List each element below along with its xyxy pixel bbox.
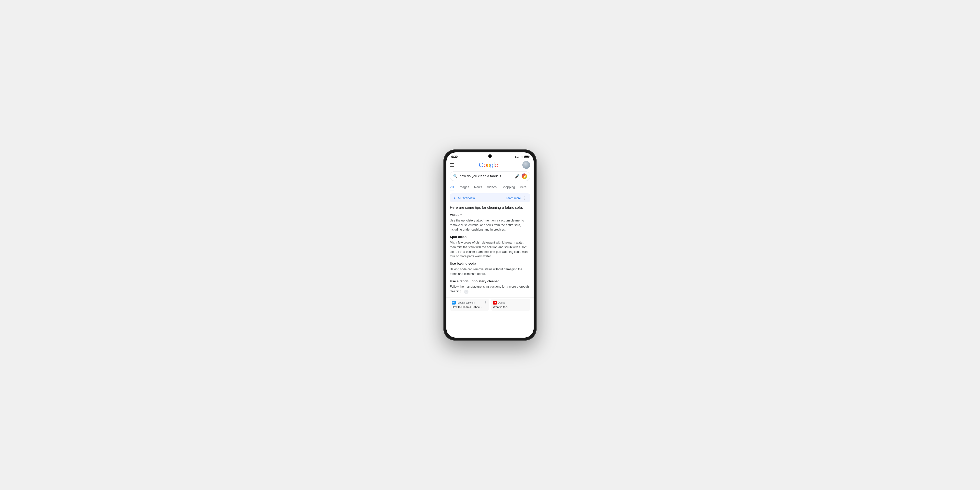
voice-search-icon[interactable]: 🎤: [515, 174, 520, 178]
battery-icon: [524, 156, 529, 158]
tip-spot-clean-desc: Mix a few drops of dish detergent with l…: [450, 240, 530, 259]
source-card-hdbuttercup[interactable]: hd hdbuttercup.com ⋮ How to Clean a Fabr…: [450, 299, 489, 311]
source-cards: hd hdbuttercup.com ⋮ How to Clean a Fabr…: [446, 298, 534, 312]
search-query[interactable]: how do you clean a fabric s...: [460, 174, 513, 178]
tip-baking-soda-title: Use baking soda: [450, 261, 530, 266]
source-domain-1: hdbuttercup.com: [457, 301, 475, 304]
tab-all[interactable]: All: [450, 183, 454, 191]
source-title-1: How to Clean a Fabric...: [452, 305, 487, 309]
google-logo-o2: o: [487, 161, 490, 169]
source-card-header-1: hd hdbuttercup.com ⋮: [452, 301, 487, 304]
camera-notch: [488, 154, 492, 158]
ai-intro-text: Here are some tips for cleaning a fabric…: [450, 205, 530, 210]
ai-overview-header: ✦ AI Overview Learn more ⋮: [450, 193, 530, 202]
tip-vacuum: Vacuum Use the upholstery attachment on …: [450, 212, 530, 232]
ai-overview-right: Learn more ⋮: [506, 196, 527, 200]
google-lens-icon[interactable]: [522, 173, 527, 179]
signal-bars-icon: [520, 155, 523, 158]
tip-upholstery-cleaner: Use a fabric upholstery cleaner Follow t…: [450, 279, 530, 294]
ai-overview-content: Here are some tips for cleaning a fabric…: [446, 204, 534, 296]
tab-images[interactable]: Images: [458, 183, 470, 191]
phone-screen: 9:30 5G: [446, 153, 534, 337]
tip-vacuum-desc: Use the upholstery attachment on a vacuu…: [450, 218, 530, 232]
tab-shopping[interactable]: Shopping: [501, 183, 515, 191]
tip-spot-clean: Spot clean Mix a few drops of dish deter…: [450, 234, 530, 259]
google-logo-e: e: [495, 161, 498, 169]
favicon-hd-icon: hd: [452, 301, 456, 304]
status-icons: 5G: [515, 155, 529, 158]
google-logo: Google: [479, 161, 498, 169]
google-logo-g2: g: [490, 161, 493, 169]
tip-baking-soda-desc: Baking soda can remove stains without da…: [450, 267, 530, 276]
tip-vacuum-title: Vacuum: [450, 212, 530, 218]
tip-baking-soda: Use baking soda Baking soda can remove s…: [450, 261, 530, 276]
google-logo-g: G: [479, 161, 484, 169]
source-title-2: What is the...: [493, 305, 528, 309]
source-more-icon-1[interactable]: ⋮: [484, 301, 487, 304]
source-favicon-2: Q Quora: [493, 301, 505, 304]
tip-upholstery-cleaner-desc: Follow the manufacturer's instructions f…: [450, 285, 530, 294]
tip-upholstery-cleaner-title: Use a fabric upholstery cleaner: [450, 279, 530, 284]
expand-icon[interactable]: ▲: [464, 290, 468, 294]
search-bar[interactable]: 🔍 how do you clean a fabric s... 🎤: [450, 171, 530, 181]
ai-more-options-icon[interactable]: ⋮: [523, 196, 527, 200]
battery-fill: [525, 156, 528, 158]
search-tabs: All Images News Videos Shopping Pers: [446, 183, 534, 191]
tab-personal[interactable]: Pers: [519, 183, 527, 191]
avatar[interactable]: [522, 161, 530, 169]
status-bar: 9:30 5G: [446, 153, 534, 159]
google-logo-o1: o: [484, 161, 487, 169]
ai-overview-label: AI Overview: [458, 196, 475, 200]
signal-5g-icon: 5G: [515, 155, 519, 158]
learn-more-link[interactable]: Learn more: [506, 196, 521, 200]
tab-videos[interactable]: Videos: [487, 183, 497, 191]
search-icon: 🔍: [453, 174, 458, 178]
source-card-header-2: Q Quora: [493, 301, 528, 304]
ai-overview-left: ✦ AI Overview: [453, 196, 475, 200]
phone-device: 9:30 5G: [444, 150, 536, 340]
tab-news[interactable]: News: [474, 183, 483, 191]
source-card-quora[interactable]: Q Quora What is the...: [491, 299, 530, 311]
favicon-quora-icon: Q: [493, 301, 497, 304]
ai-spark-icon: ✦: [453, 196, 456, 200]
source-favicon-1: hd hdbuttercup.com: [452, 301, 475, 304]
svg-point-0: [524, 176, 525, 177]
google-header: Google: [446, 159, 534, 170]
content-area: ✦ AI Overview Learn more ⋮ Here are some…: [446, 191, 534, 337]
source-domain-2: Quora: [498, 301, 505, 304]
hamburger-menu-icon[interactable]: [450, 163, 454, 167]
status-time: 9:30: [451, 155, 458, 159]
tip-spot-clean-title: Spot clean: [450, 234, 530, 240]
avatar-image: [522, 161, 530, 169]
